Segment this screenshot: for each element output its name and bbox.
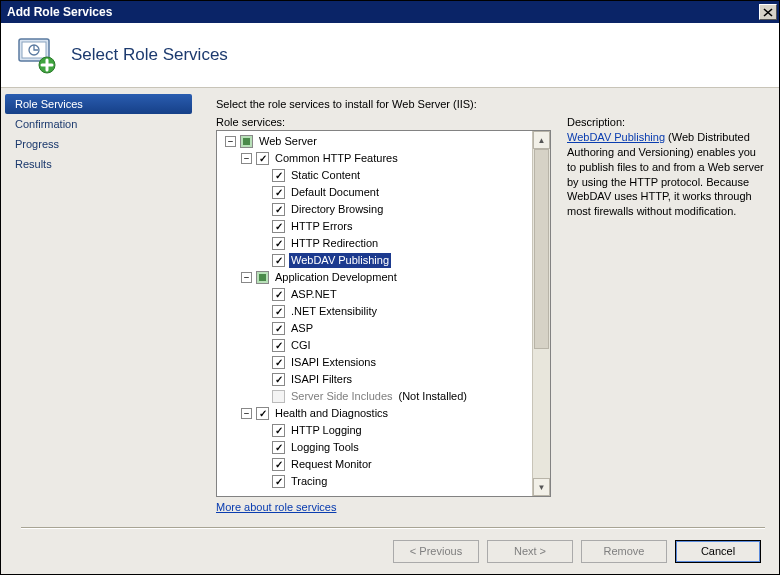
tree-node[interactable]: Default Document [217, 184, 532, 201]
tree-node-label[interactable]: HTTP Errors [289, 219, 355, 234]
tree-node[interactable]: −Web Server [217, 133, 532, 150]
tree-node-label[interactable]: HTTP Redirection [289, 236, 380, 251]
checkbox[interactable] [272, 237, 285, 250]
checkbox[interactable] [272, 322, 285, 335]
tree-node-label[interactable]: Web Server [257, 134, 319, 149]
not-installed-label: (Not Installed) [399, 389, 467, 404]
checkbox[interactable] [272, 203, 285, 216]
checkbox[interactable] [240, 135, 253, 148]
tree-node-label[interactable]: ASP [289, 321, 315, 336]
checkbox[interactable] [256, 407, 269, 420]
checkbox[interactable] [272, 441, 285, 454]
tree-node[interactable]: ASP.NET [217, 286, 532, 303]
description-body: (Web Distributed Authoring and Versionin… [567, 131, 764, 217]
sidebar-item-results[interactable]: Results [5, 154, 192, 174]
tree-node[interactable]: HTTP Errors [217, 218, 532, 235]
tree-node-label[interactable]: Default Document [289, 185, 381, 200]
tree-node[interactable]: HTTP Redirection [217, 235, 532, 252]
tree-node[interactable]: ISAPI Extensions [217, 354, 532, 371]
wizard-icon [15, 33, 57, 77]
checkbox[interactable] [272, 254, 285, 267]
checkbox[interactable] [272, 373, 285, 386]
collapse-icon[interactable]: − [225, 136, 236, 147]
checkbox[interactable] [256, 271, 269, 284]
sidebar-item-role-services[interactable]: Role Services [5, 94, 192, 114]
checkbox[interactable] [272, 339, 285, 352]
titlebar: Add Role Services [1, 1, 779, 23]
checkbox[interactable] [272, 305, 285, 318]
tree-label: Role services: [216, 116, 551, 128]
tree-node-label[interactable]: .NET Extensibility [289, 304, 379, 319]
tree-node[interactable]: CGI [217, 337, 532, 354]
sidebar: Role Services Confirmation Progress Resu… [1, 88, 196, 527]
description-link[interactable]: WebDAV Publishing [567, 131, 665, 143]
tree-node[interactable]: ISAPI Filters [217, 371, 532, 388]
checkbox[interactable] [272, 288, 285, 301]
tree-node-label[interactable]: WebDAV Publishing [289, 253, 391, 268]
remove-button[interactable]: Remove [581, 540, 667, 563]
checkbox[interactable] [272, 356, 285, 369]
tree-node[interactable]: Directory Browsing [217, 201, 532, 218]
tree-node[interactable]: ASP [217, 320, 532, 337]
tree-node-label[interactable]: ASP.NET [289, 287, 339, 302]
checkbox[interactable] [272, 169, 285, 182]
page-title: Select Role Services [71, 45, 228, 65]
checkbox[interactable] [272, 458, 285, 471]
tree-node[interactable]: Static Content [217, 167, 532, 184]
sidebar-item-confirmation[interactable]: Confirmation [5, 114, 192, 134]
scrollbar[interactable]: ▲ ▼ [532, 131, 550, 496]
window-title: Add Role Services [7, 5, 112, 19]
cancel-button[interactable]: Cancel [675, 540, 761, 563]
tree-node[interactable]: HTTP Logging [217, 422, 532, 439]
tree-node-label[interactable]: Application Development [273, 270, 399, 285]
tree-node-label[interactable]: Server Side Includes [289, 389, 395, 404]
tree-node-label[interactable]: Common HTTP Features [273, 151, 400, 166]
collapse-icon[interactable]: − [241, 272, 252, 283]
tree-node[interactable]: .NET Extensibility [217, 303, 532, 320]
collapse-icon[interactable]: − [241, 153, 252, 164]
tree-node-label[interactable]: ISAPI Filters [289, 372, 354, 387]
tree-node-label[interactable]: Logging Tools [289, 440, 361, 455]
close-button[interactable] [759, 4, 777, 20]
scroll-down-button[interactable]: ▼ [533, 478, 550, 496]
tree-node[interactable]: −Application Development [217, 269, 532, 286]
tree-node[interactable]: Tracing [217, 473, 532, 490]
collapse-icon[interactable]: − [241, 408, 252, 419]
wizard-window: Add Role Services Select Role Services R… [0, 0, 780, 575]
checkbox[interactable] [272, 475, 285, 488]
instruction-text: Select the role services to install for … [216, 98, 765, 110]
body: Role Services Confirmation Progress Resu… [1, 88, 779, 527]
checkbox[interactable] [272, 424, 285, 437]
checkbox[interactable] [272, 186, 285, 199]
tree-node[interactable]: −Common HTTP Features [217, 150, 532, 167]
sidebar-item-progress[interactable]: Progress [5, 134, 192, 154]
tree-node-label[interactable]: ISAPI Extensions [289, 355, 378, 370]
tree-node[interactable]: Logging Tools [217, 439, 532, 456]
checkbox[interactable] [256, 152, 269, 165]
tree-node-label[interactable]: HTTP Logging [289, 423, 364, 438]
description-label: Description: [567, 116, 765, 128]
checkbox [272, 390, 285, 403]
scroll-up-button[interactable]: ▲ [533, 131, 550, 149]
tree-node[interactable]: −Health and Diagnostics [217, 405, 532, 422]
tree-node-label[interactable]: Request Monitor [289, 457, 374, 472]
tree-node[interactable]: Request Monitor [217, 456, 532, 473]
tree-node-label[interactable]: Static Content [289, 168, 362, 183]
role-services-tree[interactable]: −Web Server−Common HTTP FeaturesStatic C… [216, 130, 551, 497]
footer: < Previous Next > Remove Cancel [1, 528, 779, 574]
tree-node-label[interactable]: Tracing [289, 474, 329, 489]
tree-node-label[interactable]: CGI [289, 338, 313, 353]
header: Select Role Services [1, 23, 779, 88]
content-panel: Select the role services to install for … [196, 88, 779, 527]
tree-node-label[interactable]: Health and Diagnostics [273, 406, 390, 421]
previous-button[interactable]: < Previous [393, 540, 479, 563]
next-button[interactable]: Next > [487, 540, 573, 563]
checkbox[interactable] [272, 220, 285, 233]
tree-node[interactable]: Server Side Includes (Not Installed) [217, 388, 532, 405]
tree-node[interactable]: WebDAV Publishing [217, 252, 532, 269]
description-text: WebDAV Publishing (Web Distributed Autho… [567, 130, 765, 219]
tree-node-label[interactable]: Directory Browsing [289, 202, 385, 217]
more-about-link[interactable]: More about role services [216, 497, 551, 519]
scroll-thumb[interactable] [534, 149, 549, 349]
